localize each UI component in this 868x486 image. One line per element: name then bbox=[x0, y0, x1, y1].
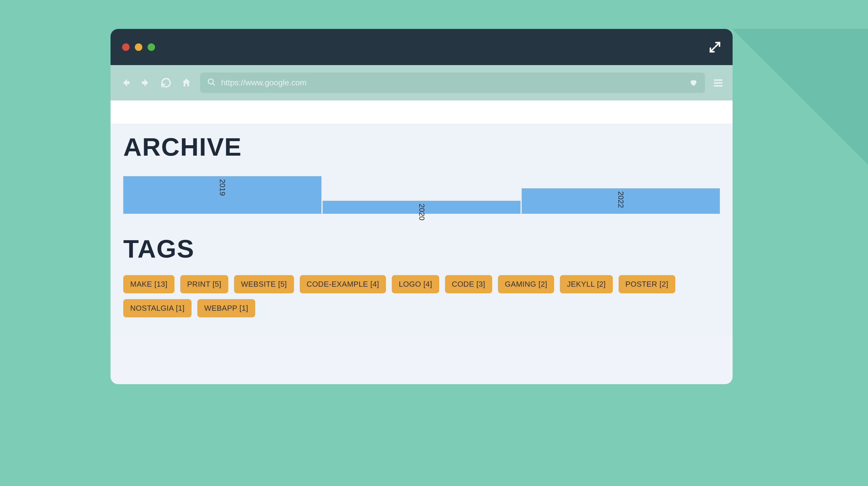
svg-point-0 bbox=[208, 79, 214, 84]
archive-year-label: 2019 bbox=[218, 179, 227, 196]
tags-list: MAKE [13]PRINT [5]WEBSITE [5]CODE-EXAMPL… bbox=[123, 275, 720, 317]
tag-pill[interactable]: CODE [3] bbox=[445, 275, 492, 293]
back-button[interactable] bbox=[119, 76, 132, 89]
browser-window: ARCHIVE 201920202022 TAGS MAKE [13]PRINT… bbox=[111, 29, 733, 384]
content-top-strip bbox=[111, 100, 733, 124]
archive-year-bar[interactable]: 2020 bbox=[322, 201, 521, 214]
tags-heading: TAGS bbox=[123, 234, 720, 263]
browser-toolbar bbox=[111, 65, 733, 100]
traffic-lights bbox=[122, 43, 155, 51]
svg-line-1 bbox=[213, 83, 215, 86]
forward-button[interactable] bbox=[140, 76, 152, 89]
svg-rect-4 bbox=[714, 85, 722, 87]
expand-icon[interactable] bbox=[709, 41, 721, 53]
url-input[interactable] bbox=[221, 78, 684, 87]
archive-heading: ARCHIVE bbox=[123, 132, 720, 162]
minimize-button[interactable] bbox=[135, 43, 142, 51]
window-shadow bbox=[732, 29, 868, 405]
archive-year-label: 2022 bbox=[616, 191, 625, 208]
archive-year-label: 2020 bbox=[417, 204, 426, 221]
tag-pill[interactable]: MAKE [13] bbox=[123, 275, 175, 293]
tag-pill[interactable]: JEKYLL [2] bbox=[560, 275, 613, 293]
titlebar bbox=[111, 29, 733, 65]
svg-rect-2 bbox=[714, 79, 722, 81]
tag-pill[interactable]: WEBSITE [5] bbox=[234, 275, 294, 293]
favorite-icon[interactable] bbox=[689, 78, 698, 87]
search-icon bbox=[207, 78, 216, 88]
page-content: ARCHIVE 201920202022 TAGS MAKE [13]PRINT… bbox=[111, 124, 733, 335]
tag-pill[interactable]: PRINT [5] bbox=[180, 275, 228, 293]
address-bar[interactable] bbox=[200, 73, 705, 93]
svg-rect-3 bbox=[714, 82, 722, 84]
home-button[interactable] bbox=[180, 76, 193, 89]
archive-timeline: 201920202022 bbox=[123, 173, 720, 214]
archive-year-bar[interactable]: 2019 bbox=[123, 176, 321, 214]
reload-button[interactable] bbox=[160, 76, 173, 89]
maximize-button[interactable] bbox=[148, 43, 155, 51]
tag-pill[interactable]: LOGO [4] bbox=[392, 275, 439, 293]
tag-pill[interactable]: POSTER [2] bbox=[619, 275, 675, 293]
tag-pill[interactable]: NOSTALGIA [1] bbox=[123, 299, 191, 317]
tag-pill[interactable]: GAMING [2] bbox=[498, 275, 554, 293]
archive-year-bar[interactable]: 2022 bbox=[522, 188, 720, 214]
hamburger-menu-icon[interactable] bbox=[712, 77, 724, 89]
close-button[interactable] bbox=[122, 43, 130, 51]
tag-pill[interactable]: WEBAPP [1] bbox=[197, 299, 255, 317]
tag-pill[interactable]: CODE-EXAMPLE [4] bbox=[300, 275, 386, 293]
